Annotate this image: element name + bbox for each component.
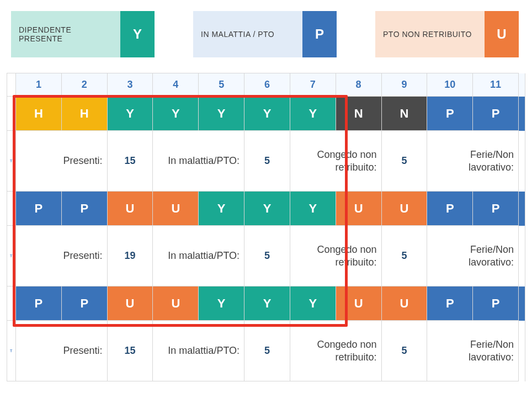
day-cell[interactable]: Y — [290, 192, 336, 226]
stat-row-left-stub: T — [7, 321, 16, 381]
legend-label: IN MALATTIA / PTO — [193, 11, 302, 57]
stat-label-ferie: Ferie/Non lavorativo: — [427, 226, 519, 286]
code-row-left-stub — [7, 97, 16, 131]
day-cell[interactable]: U — [336, 286, 381, 321]
stat-row-1: TPresenti:19In malattia/PTO:5Congedo non… — [7, 226, 525, 286]
legend-label: PTO NON RETRIBUITO — [375, 11, 485, 57]
stat-label-malattia: In malattia/PTO: — [153, 131, 244, 192]
stat-label-congedo: Congedo non retribuito: — [290, 226, 381, 286]
day-cell[interactable]: Y — [290, 97, 336, 131]
code-row-right-stub — [519, 97, 525, 131]
code-row-0: HHYYYYYNNPP — [7, 97, 525, 131]
stat-label-malattia: In malattia/PTO: — [153, 226, 244, 286]
header-row: 1234567891011 — [7, 73, 525, 97]
day-cell[interactable]: U — [107, 286, 153, 321]
legend-item-0: DIPENDENTE PRESENTEY — [11, 11, 155, 57]
stat-row-right-stub — [519, 226, 525, 286]
header-left-stub — [7, 73, 16, 97]
stat-row-2: TPresenti:15In malattia/PTO:5Congedo non… — [7, 321, 525, 381]
stat-row-right-stub — [519, 321, 525, 381]
code-row-left-stub — [7, 286, 16, 321]
stat-row-0: TPresenti:15In malattia/PTO:5Congedo non… — [7, 131, 525, 192]
day-cell[interactable]: P — [427, 97, 473, 131]
day-header-10: 10 — [427, 73, 473, 97]
stat-value-presenti: 15 — [107, 321, 153, 381]
day-cell[interactable]: P — [473, 286, 519, 321]
day-cell[interactable]: U — [107, 192, 153, 226]
calendar-body: HHYYYYYNNPPTPresenti:15In malattia/PTO:5… — [7, 97, 525, 381]
header-right-stub — [519, 73, 525, 97]
legend-code: Y — [120, 11, 155, 57]
day-cell[interactable]: P — [427, 286, 473, 321]
day-cell[interactable]: Y — [244, 192, 290, 226]
day-cell[interactable]: H — [16, 97, 62, 131]
day-header-9: 9 — [381, 73, 427, 97]
day-cell[interactable]: Y — [199, 97, 244, 131]
legend-row: DIPENDENTE PRESENTEYIN MALATTIA / PTOPPT… — [7, 11, 525, 57]
legend-item-1: IN MALATTIA / PTOP — [193, 11, 337, 57]
calendar-wrap: 1234567891011 HHYYYYYNNPPTPresenti:15In … — [7, 73, 525, 381]
day-cell[interactable]: P — [427, 192, 473, 226]
stat-value-presenti: 19 — [107, 226, 153, 286]
stat-value-presenti: 15 — [107, 131, 153, 192]
stat-label-presenti: Presenti: — [16, 131, 108, 192]
day-cell[interactable]: U — [381, 192, 427, 226]
stat-label-congedo: Congedo non retribuito: — [290, 131, 381, 192]
stat-value-malattia: 5 — [244, 226, 290, 286]
day-cell[interactable]: Y — [107, 97, 153, 131]
legend-item-2: PTO NON RETRIBUITOU — [375, 11, 519, 57]
stat-row-left-stub: T — [7, 226, 16, 286]
code-row-left-stub — [7, 192, 16, 226]
day-header-8: 8 — [336, 73, 381, 97]
code-row-2: PPUUYYYUUPP — [7, 286, 525, 321]
stat-value-congedo: 5 — [381, 226, 427, 286]
day-cell[interactable]: U — [336, 192, 381, 226]
day-cell[interactable]: U — [381, 286, 427, 321]
code-row-right-stub — [519, 192, 525, 226]
day-header-2: 2 — [61, 73, 107, 97]
stat-value-congedo: 5 — [381, 321, 427, 381]
legend-code: U — [485, 11, 519, 57]
day-header-1: 1 — [16, 73, 62, 97]
stat-label-presenti: Presenti: — [16, 226, 108, 286]
stat-value-malattia: 5 — [244, 131, 290, 192]
day-cell[interactable]: Y — [290, 286, 336, 321]
day-header-3: 3 — [107, 73, 153, 97]
day-cell[interactable]: N — [381, 97, 427, 131]
day-cell[interactable]: H — [61, 97, 107, 131]
day-cell[interactable]: P — [16, 192, 62, 226]
day-cell[interactable]: P — [61, 286, 107, 321]
stat-row-right-stub — [519, 131, 525, 192]
day-cell[interactable]: U — [153, 192, 199, 226]
day-cell[interactable]: U — [153, 286, 199, 321]
stat-row-left-stub: T — [7, 131, 16, 192]
day-cell[interactable]: Y — [153, 97, 199, 131]
day-cell[interactable]: Y — [244, 97, 290, 131]
day-header-7: 7 — [290, 73, 336, 97]
stat-value-congedo: 5 — [381, 131, 427, 192]
day-cell[interactable]: Y — [199, 192, 244, 226]
code-row-right-stub — [519, 286, 525, 321]
day-cell[interactable]: P — [473, 97, 519, 131]
day-header-4: 4 — [153, 73, 199, 97]
code-row-1: PPUUYYYUUPP — [7, 192, 525, 226]
day-header-11: 11 — [473, 73, 519, 97]
day-header-5: 5 — [199, 73, 244, 97]
stat-label-presenti: Presenti: — [16, 321, 108, 381]
calendar-table: 1234567891011 HHYYYYYNNPPTPresenti:15In … — [7, 73, 525, 381]
stat-value-malattia: 5 — [244, 321, 290, 381]
day-cell[interactable]: N — [336, 97, 381, 131]
day-cell[interactable]: P — [473, 192, 519, 226]
day-cell[interactable]: P — [61, 192, 107, 226]
day-cell[interactable]: Y — [199, 286, 244, 321]
stat-label-malattia: In malattia/PTO: — [153, 321, 244, 381]
legend-label: DIPENDENTE PRESENTE — [11, 11, 120, 57]
stat-label-ferie: Ferie/Non lavorativo: — [427, 321, 519, 381]
stat-label-congedo: Congedo non retribuito: — [290, 321, 381, 381]
day-cell[interactable]: P — [16, 286, 62, 321]
legend-code: P — [302, 11, 337, 57]
day-header-6: 6 — [244, 73, 290, 97]
day-cell[interactable]: Y — [244, 286, 290, 321]
stat-label-ferie: Ferie/Non lavorativo: — [427, 131, 519, 192]
